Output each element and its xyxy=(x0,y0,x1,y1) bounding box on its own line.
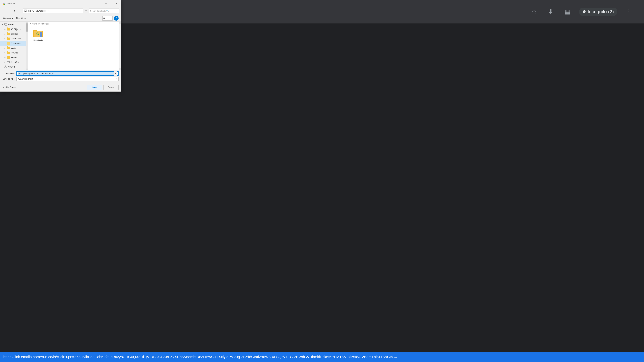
new-folder-label: New folder xyxy=(16,17,26,19)
drive-icon xyxy=(7,61,10,63)
section-header-long-ago[interactable]: ▼ A long time ago (1) xyxy=(28,22,120,26)
downloads-folder-container: G xyxy=(33,28,43,38)
pictures-label: Pictures xyxy=(10,52,18,54)
desktop-icon xyxy=(7,32,10,35)
dialog-overlay: Save As — □ ✕ ← → ▼ ↑ This P xyxy=(0,0,644,362)
file-area-scroll-up[interactable]: ▲ xyxy=(119,22,120,24)
network-expand-icon: ► xyxy=(1,66,4,68)
breadcrumb-dropdown[interactable]: ▾ xyxy=(47,9,50,12)
acer-expand-icon: ► xyxy=(4,61,6,63)
up-button[interactable]: ↑ xyxy=(18,8,22,13)
dialog-content: ▼ This PC ► 3D xyxy=(0,22,120,70)
organize-dropdown-icon: ▾ xyxy=(12,17,13,19)
hide-folders-button[interactable]: ▲ Hide Folders xyxy=(2,86,16,88)
svg-rect-4 xyxy=(25,12,26,12)
sidebar-item-3d-objects[interactable]: ► 3D Objects xyxy=(0,27,28,32)
breadcrumb-downloads[interactable]: Downloads xyxy=(36,10,46,12)
dialog-controls: — □ ✕ xyxy=(104,2,118,5)
filename-value: moodjoy-insights-2024-01-19T08_39_43 xyxy=(18,72,54,75)
music-expand-icon: ► xyxy=(4,47,6,49)
section-label: A long time ago (1) xyxy=(32,23,49,25)
section-chevron-icon: ▼ xyxy=(30,23,31,25)
sidebar-item-desktop[interactable]: ► Desktop xyxy=(0,32,28,36)
save-as-type-label: Save as type: xyxy=(2,78,16,80)
svg-point-11 xyxy=(5,66,6,66)
this-pc-expand-icon: ▼ xyxy=(1,23,4,26)
new-folder-button[interactable]: New folder xyxy=(15,16,27,20)
svg-rect-5 xyxy=(4,23,7,25)
acer-drive-icon xyxy=(7,61,10,64)
filename-input-text[interactable]: moodjoy-insights-2024-01-19T08_39_43 xyxy=(18,72,114,75)
file-area: ▲ ▼ ▼ A long time ago (1) xyxy=(28,22,120,70)
close-button[interactable]: ✕ xyxy=(114,2,118,5)
file-item-downloads[interactable]: G Downloads xyxy=(30,27,46,42)
sidebar-scroll-down[interactable]: ▼ xyxy=(26,68,28,70)
search-placeholder: Search Downloads xyxy=(90,10,106,12)
file-area-scroll-down[interactable]: ▼ xyxy=(119,68,120,70)
chrome-logo xyxy=(2,2,6,5)
file-grid: G Downloads xyxy=(28,26,120,44)
view-icon: ▦ xyxy=(103,17,105,19)
organize-button[interactable]: Organize ▾ xyxy=(2,16,14,20)
svg-line-14 xyxy=(5,66,6,67)
svg-rect-6 xyxy=(5,25,6,25)
sidebar-item-videos[interactable]: ► Videos xyxy=(0,55,28,60)
svg-point-13 xyxy=(6,67,7,68)
refresh-button[interactable]: ↻ xyxy=(84,8,88,13)
network-label: Network xyxy=(8,66,15,68)
view-dropdown-icon: ▾ xyxy=(111,17,112,19)
maximize-button[interactable]: □ xyxy=(109,2,114,5)
sidebar-scroll-up[interactable]: ▲ xyxy=(26,22,28,23)
search-box[interactable]: Search Downloads 🔍 xyxy=(89,8,119,13)
sidebar-scroll-thumb[interactable] xyxy=(26,23,28,32)
pictures-expand-icon: ► xyxy=(4,52,6,54)
breadcrumb[interactable]: This PC › Downloads › ▾ xyxy=(23,8,83,13)
sidebar-item-downloads[interactable]: ▼ Downloads xyxy=(0,41,28,46)
help-button[interactable]: ? xyxy=(114,16,118,21)
videos-label: Videos xyxy=(10,56,16,59)
sidebar-scrollbar[interactable]: ▲ ▼ xyxy=(26,22,28,70)
save-as-type-dropdown-arrow: ▾ xyxy=(116,78,118,80)
cancel-button[interactable]: Cancel xyxy=(104,85,118,90)
file-area-scrollbar[interactable]: ▲ ▼ xyxy=(119,22,120,70)
music-icon xyxy=(7,46,10,50)
breadcrumb-this-pc[interactable]: This PC xyxy=(27,10,34,12)
filename-input[interactable]: moodjoy-insights-2024-01-19T08_39_43 ▾ xyxy=(16,71,118,76)
save-button[interactable]: Save xyxy=(87,85,102,90)
organize-label: Organize xyxy=(3,17,12,19)
svg-rect-10 xyxy=(8,62,8,62)
sidebar-item-acer-c[interactable]: ► Acer (C:) xyxy=(0,60,28,64)
recent-locations-button[interactable]: ▼ xyxy=(12,8,17,13)
documents-expand-icon: ► xyxy=(4,37,6,40)
dialog-footer: ▲ Hide Folders Save Cancel xyxy=(0,83,120,91)
svg-point-9 xyxy=(9,62,10,62)
this-pc-label: This PC xyxy=(8,23,15,26)
filename-row: File name: moodjoy-insights-2024-01-19T0… xyxy=(2,71,118,76)
svg-rect-2 xyxy=(24,10,27,11)
videos-icon xyxy=(7,56,10,59)
sidebar-item-network[interactable]: ► Network xyxy=(0,64,28,69)
network-icon xyxy=(4,65,7,68)
dialog-toolbar: Organize ▾ New folder ▦ ▾ ? xyxy=(0,15,120,22)
sidebar-item-this-pc[interactable]: ▼ This PC xyxy=(0,22,28,27)
sidebar-item-pictures[interactable]: ► Pictures xyxy=(0,50,28,55)
network-svg-icon xyxy=(4,65,7,68)
filename-dropdown-arrow[interactable]: ▾ xyxy=(114,71,117,76)
view-button[interactable]: ▦ ▾ xyxy=(102,16,112,21)
save-as-type-select[interactable]: XLSX Worksheet ▾ xyxy=(16,77,118,81)
svg-point-12 xyxy=(4,67,5,68)
navigation-pc-icon xyxy=(24,9,27,12)
hide-folders-icon: ▲ xyxy=(2,86,4,88)
hide-folders-label: Hide Folders xyxy=(5,86,16,88)
back-button[interactable]: ← xyxy=(2,8,6,13)
save-as-type-value: XLSX Worksheet xyxy=(18,78,33,80)
forward-button[interactable]: → xyxy=(7,8,12,13)
acer-label: Acer (C:) xyxy=(10,61,18,63)
minimize-button[interactable]: — xyxy=(104,2,108,5)
file-name-label: File name: xyxy=(2,72,16,75)
dialog-title-text: Save As xyxy=(7,2,15,5)
pc-icon xyxy=(4,23,7,26)
sidebar-item-documents[interactable]: ► Documents xyxy=(0,36,28,41)
g-logo: G xyxy=(35,31,41,36)
sidebar-item-music[interactable]: ► Music xyxy=(0,46,28,50)
